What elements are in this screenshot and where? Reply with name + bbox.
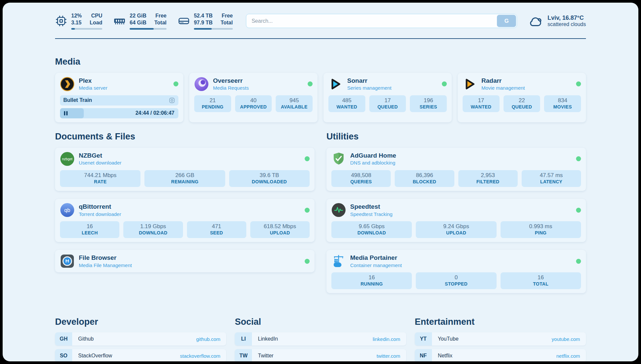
search-provider-button[interactable]: G bbox=[497, 15, 516, 27]
service-card-portainer[interactable]: Media Portainer Container management 16 … bbox=[326, 250, 586, 293]
service-card-plex[interactable]: Plex Media server Bullet Train bbox=[55, 73, 183, 122]
stat-seed: 471 SEED bbox=[187, 221, 246, 238]
disk-free-value: 52.4 TB bbox=[194, 13, 213, 19]
cpu-load-label: Load bbox=[90, 19, 102, 26]
bookmark-github[interactable]: GH Github github.com bbox=[55, 332, 226, 346]
disk-total-value: 97.9 TB bbox=[194, 19, 213, 26]
playback-progress-bar: 24:44 / 02:06:47 bbox=[60, 108, 178, 118]
stat-upload: 618.52 Mbps UPLOAD bbox=[250, 221, 310, 238]
weather-location-temp: Lviv, 16.87°C bbox=[547, 15, 586, 21]
stat-blocked: 86,396 BLOCKED bbox=[395, 170, 454, 187]
service-subtitle: Media server bbox=[79, 85, 107, 91]
bookmark-url: twitter.com bbox=[377, 353, 400, 359]
service-title: Overseerr bbox=[213, 77, 249, 85]
service-card-overseerr[interactable]: Overseerr Media Requests 21 PENDING 40 A… bbox=[189, 73, 318, 122]
service-title: Sonarr bbox=[347, 77, 391, 85]
memory-icon bbox=[113, 15, 126, 27]
service-card-sonarr[interactable]: Sonarr Series management 485 WANTED 17 Q… bbox=[323, 73, 452, 122]
bookmark-abbr: NF bbox=[415, 349, 432, 361]
svg-text:qb: qb bbox=[64, 207, 70, 213]
pause-icon bbox=[64, 111, 68, 115]
bookmark-abbr: YT bbox=[415, 332, 432, 346]
stat-latency: 47.57 ms LATENCY bbox=[522, 170, 581, 187]
service-card-radarr[interactable]: Radarr Movie management 17 WANTED 22 QUE… bbox=[458, 73, 586, 122]
media-grid: Plex Media server Bullet Train bbox=[55, 73, 586, 122]
documents-column: Documents & Files nzbget NZBGet Usenet d bbox=[55, 122, 315, 281]
status-dot bbox=[305, 208, 310, 213]
bookmark-name: Twitter bbox=[258, 353, 273, 359]
bookmark-stackoverflow[interactable]: SO StackOverflow stackoverflow.com bbox=[55, 349, 226, 361]
stat-movies: 834 MOVIES bbox=[544, 95, 581, 112]
bookmark-group-developer: Developer GH Github github.com SO StackO… bbox=[55, 317, 226, 361]
memory-total-value: 64 GiB bbox=[130, 19, 146, 26]
bookmark-abbr: LI bbox=[235, 332, 252, 346]
disk-widget: 52.4 TB 97.9 TB Free Total bbox=[178, 13, 233, 30]
stat-wanted: 17 WANTED bbox=[463, 95, 500, 112]
cpu-widget: 12% 3.15 CPU Load bbox=[55, 13, 102, 30]
search-input[interactable] bbox=[246, 14, 517, 28]
status-dot bbox=[173, 81, 178, 86]
status-dot bbox=[576, 81, 581, 86]
status-dot bbox=[576, 259, 581, 264]
status-dot bbox=[305, 259, 310, 264]
stat-remaining: 266 GB REMAINING bbox=[144, 170, 225, 187]
service-subtitle: Movie management bbox=[481, 85, 525, 91]
service-card-nzbget[interactable]: nzbget NZBGet Usenet downloader 744.21 M… bbox=[55, 148, 315, 191]
service-title: File Browser bbox=[79, 254, 132, 262]
stat-upload: 9.24 Gbps UPLOAD bbox=[416, 221, 496, 238]
utilities-column: Utilities AdGuard Home bbox=[326, 122, 586, 301]
section-title-social: Social bbox=[235, 317, 406, 327]
service-title: Speedtest bbox=[350, 203, 392, 211]
service-subtitle: Usenet downloader bbox=[79, 160, 121, 166]
bookmark-name: StackOverflow bbox=[78, 353, 112, 359]
bookmark-name: Github bbox=[78, 336, 94, 342]
plex-icon bbox=[60, 77, 75, 91]
disk-free-label: Free bbox=[221, 13, 233, 19]
bookmark-linkedin[interactable]: LI LinkedIn linkedin.com bbox=[235, 332, 406, 346]
bookmark-group-social: Social LI LinkedIn linkedin.com TW Twitt… bbox=[235, 317, 406, 361]
service-title: NZBGet bbox=[79, 152, 121, 160]
service-card-qbittorrent[interactable]: qb qBittorrent Torrent downloader 16 LEE… bbox=[55, 199, 315, 242]
stat-total: 16 TOTAL bbox=[501, 272, 581, 289]
filebrowser-icon bbox=[60, 254, 75, 268]
stat-downloaded: 39.6 TB DOWNLOADED bbox=[229, 170, 310, 187]
stat-download: 1.19 Gbps DOWNLOAD bbox=[123, 221, 183, 238]
topbar-divider bbox=[55, 38, 586, 39]
resource-widgets: 12% 3.15 CPU Load bbox=[55, 13, 233, 30]
bookmark-netflix[interactable]: NF Netflix netflix.com bbox=[415, 349, 586, 361]
overseerr-icon bbox=[194, 77, 209, 91]
service-title: AdGuard Home bbox=[350, 152, 396, 160]
service-title: Plex bbox=[79, 77, 107, 85]
bookmark-youtube[interactable]: YT YouTube youtube.com bbox=[415, 332, 586, 346]
bookmark-twitter[interactable]: TW Twitter twitter.com bbox=[235, 349, 406, 361]
service-card-adguard[interactable]: AdGuard Home DNS and adblocking 498,508 … bbox=[326, 148, 586, 191]
svg-text:nzbget: nzbget bbox=[62, 157, 73, 161]
bookmark-group-entertainment: Entertainment YT YouTube youtube.com NF … bbox=[415, 317, 586, 361]
stat-stopped: 0 STOPPED bbox=[416, 272, 496, 289]
stat-leech: 16 LEECH bbox=[60, 221, 119, 238]
service-subtitle: Container management bbox=[350, 262, 402, 269]
section-title-utilities: Utilities bbox=[326, 132, 586, 142]
stat-available: 945 AVAILABLE bbox=[276, 95, 313, 112]
section-title-media: Media bbox=[55, 57, 586, 67]
bookmark-url: netflix.com bbox=[556, 353, 580, 359]
playback-time: 24:44 / 02:06:47 bbox=[136, 110, 178, 116]
memory-free-label: Free bbox=[154, 13, 167, 19]
memory-progress-bar bbox=[130, 28, 167, 30]
section-title-documents: Documents & Files bbox=[55, 132, 315, 142]
bookmark-url: github.com bbox=[196, 336, 220, 342]
bookmark-abbr: SO bbox=[55, 349, 72, 361]
status-dot bbox=[576, 156, 581, 161]
service-card-filebrowser[interactable]: File Browser Media File Management bbox=[55, 250, 315, 272]
service-card-speedtest[interactable]: Speedtest Speedtest Tracking 9.65 Gbps D… bbox=[326, 199, 586, 242]
service-title: qBittorrent bbox=[79, 203, 121, 211]
disk-progress-bar bbox=[194, 28, 233, 30]
cpu-load-value: 3.15 bbox=[71, 19, 82, 26]
stat-series: 196 SERIES bbox=[410, 95, 447, 112]
dashboard-page: 12% 3.15 CPU Load bbox=[3, 3, 638, 361]
now-playing-title: Bullet Train bbox=[63, 97, 92, 103]
section-title-developer: Developer bbox=[55, 317, 226, 327]
cpu-usage-value: 12% bbox=[71, 13, 82, 19]
service-title: Radarr bbox=[481, 77, 525, 85]
stat-rate: 744.21 Mbps RATE bbox=[60, 170, 140, 187]
